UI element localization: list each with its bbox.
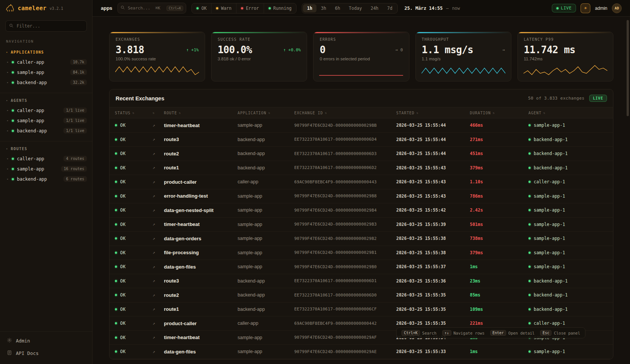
column-header-application[interactable]: APPLICATION⇅: [238, 111, 294, 115]
open-exchange-icon[interactable]: ↗: [153, 278, 164, 283]
sidebar-item-backend-app[interactable]: ▸ backend-app 32.2k: [0, 77, 92, 88]
route-name[interactable]: data-gen-orders: [164, 236, 238, 241]
sidebar-item-caller-app[interactable]: ▸ caller-app 1/1 live: [0, 105, 92, 115]
time-range-24h[interactable]: 24h: [366, 4, 383, 12]
route-name[interactable]: route3: [164, 137, 238, 142]
exchange-id: 90799F47E6CD24D-00000000000029AF: [294, 335, 396, 340]
sidebar-item-backend-app[interactable]: ▸ backend-app 6 routes: [0, 174, 92, 184]
status-label: OK: [120, 278, 126, 284]
column-header-expand[interactable]: ⇅: [153, 111, 164, 115]
footer-link-api-docs[interactable]: API Docs: [0, 347, 92, 359]
route-name[interactable]: route2: [164, 292, 238, 298]
table-row[interactable]: OK ↗ route2 backend-app EE7322370A10617-…: [110, 288, 613, 303]
route-name[interactable]: product-caller: [164, 321, 238, 326]
route-name[interactable]: data-gen-files: [164, 264, 238, 270]
table-row[interactable]: OK ↗ product-caller caller-app 69AC90BF8…: [110, 175, 613, 189]
open-exchange-icon[interactable]: ↗: [153, 165, 164, 170]
live-toggle[interactable]: LIVE: [552, 4, 576, 12]
table-row[interactable]: OK ↗ route1 backend-app EE7322370A10617-…: [110, 303, 613, 317]
section-header-agents[interactable]: ▾ AGENTS: [0, 94, 92, 105]
table-row[interactable]: OK ↗ route1 backend-app EE7322370A10617-…: [110, 161, 613, 175]
table-row[interactable]: OK ↗ timer-heartbeat sample-app 90799F47…: [110, 218, 613, 232]
section-label: AGENTS: [11, 98, 28, 103]
open-exchange-icon[interactable]: ↗: [153, 250, 164, 255]
scrollbar-thumb[interactable]: [627, 20, 629, 116]
sidebar-item-sample-app[interactable]: ▸ sample-app 1/1 live: [0, 115, 92, 126]
route-name[interactable]: route1: [164, 306, 238, 312]
global-search[interactable]: Ctrl+K: [117, 3, 186, 14]
caret-down-icon: ▾: [6, 51, 8, 54]
chevron-right-icon: ▸: [7, 60, 9, 64]
kbd-chip: ↑↓: [442, 330, 451, 336]
time-range-1h[interactable]: 1h: [303, 4, 317, 12]
sidebar-item-sample-app[interactable]: ▸ sample-app 84.1k: [0, 67, 92, 77]
open-exchange-icon[interactable]: ↗: [153, 307, 164, 312]
route-name[interactable]: file-processing: [164, 250, 238, 255]
open-exchange-icon[interactable]: ↗: [153, 194, 164, 198]
status-filter-error[interactable]: Error: [236, 3, 264, 13]
table-row[interactable]: OK ↗ error-handling-test sample-app 9079…: [110, 189, 613, 204]
table-row[interactable]: OK ↗ route3 backend-app EE7322370A10617-…: [110, 133, 613, 147]
sidebar-item-caller-app[interactable]: ▸ caller-app 4 routes: [0, 154, 92, 164]
route-name[interactable]: data-gen-files: [164, 349, 238, 355]
status-filter-running[interactable]: Running: [264, 3, 296, 13]
open-exchange-icon[interactable]: ↗: [153, 180, 164, 184]
table-row[interactable]: OK ↗ data-gen-orders sample-app 90799F47…: [110, 232, 613, 246]
table-row[interactable]: OK ↗ file-processing sample-app 90799F47…: [110, 246, 613, 260]
status-filter-warn[interactable]: Warn: [211, 3, 236, 13]
column-header-status[interactable]: STATUS⇅: [115, 111, 153, 115]
open-exchange-icon[interactable]: ↗: [153, 349, 164, 354]
route-name[interactable]: product-caller: [164, 179, 238, 185]
open-exchange-icon[interactable]: ↗: [153, 236, 164, 241]
open-exchange-icon[interactable]: ↗: [153, 151, 164, 156]
open-exchange-icon[interactable]: ↗: [153, 222, 164, 227]
agent-status-dot: [528, 252, 531, 254]
time-range-3h[interactable]: 3h: [317, 4, 330, 12]
sidebar-item-caller-app[interactable]: ▸ caller-app 10.7k: [0, 57, 92, 67]
time-range-group: 1h3h6hToday24h7d: [302, 3, 398, 14]
route-name[interactable]: data-gen-nested-split: [164, 207, 238, 213]
route-name[interactable]: route1: [164, 165, 238, 170]
ok-status-dot: [115, 181, 117, 183]
time-range-today[interactable]: Today: [345, 4, 366, 12]
sidebar-item-backend-app[interactable]: ▸ backend-app 1/1 live: [0, 126, 92, 136]
theme-toggle-button[interactable]: ☀: [581, 3, 590, 13]
open-exchange-icon[interactable]: ↗: [153, 321, 164, 326]
column-header-duration[interactable]: DURATION⇅: [470, 111, 528, 115]
brand-logo[interactable]: cameleer v3.2.1: [0, 0, 92, 17]
open-exchange-icon[interactable]: ↗: [153, 264, 164, 269]
sidebar-item-sample-app[interactable]: ▸ sample-app 16 routes: [0, 164, 92, 174]
open-exchange-icon[interactable]: ↗: [153, 293, 164, 298]
route-name[interactable]: timer-heartbeat: [164, 335, 238, 340]
open-exchange-icon[interactable]: ↗: [153, 335, 164, 340]
footer-link-admin[interactable]: Admin: [0, 335, 92, 347]
filter-input[interactable]: [17, 23, 83, 29]
avatar[interactable]: AD: [612, 3, 622, 13]
column-header-agent[interactable]: AGENT⇅: [528, 111, 608, 115]
status-filter-ok[interactable]: OK: [192, 3, 211, 13]
search-input[interactable]: [128, 6, 164, 11]
table-row[interactable]: OK ↗ timer-heartbeat sample-app 90799F47…: [110, 118, 613, 133]
table-row[interactable]: OK ↗ data-gen-nested-split sample-app 90…: [110, 203, 613, 218]
table-row[interactable]: OK ↗ route2 backend-app EE7322370A10617-…: [110, 147, 613, 161]
route-name[interactable]: timer-heartbeat: [164, 123, 238, 128]
table-row[interactable]: OK ↗ data-gen-files sample-app 90799F47E…: [110, 260, 613, 274]
open-exchange-icon[interactable]: ↗: [153, 208, 164, 213]
time-range-7d[interactable]: 7d: [383, 4, 397, 12]
route-name[interactable]: error-handling-test: [164, 193, 238, 199]
open-exchange-icon[interactable]: ↗: [153, 123, 164, 128]
route-name[interactable]: route3: [164, 278, 238, 284]
column-header-route[interactable]: ROUTE⇅: [164, 111, 238, 115]
section-header-applications[interactable]: ▾ APPLICATIONS: [0, 46, 92, 57]
scrollbar-track[interactable]: [627, 18, 629, 362]
open-exchange-icon[interactable]: ↗: [153, 137, 164, 142]
sidebar-filter[interactable]: [5, 20, 87, 32]
route-name[interactable]: route2: [164, 151, 238, 157]
column-header-exchange-id[interactable]: EXCHANGE ID⇅: [294, 111, 396, 115]
table-row[interactable]: OK ↗ route3 backend-app EE7322370A10617-…: [110, 274, 613, 289]
route-name[interactable]: timer-heartbeat: [164, 221, 238, 227]
table-row[interactable]: OK ↗ data-gen-files sample-app 90799F47E…: [110, 345, 613, 359]
time-range-6h[interactable]: 6h: [331, 4, 344, 12]
section-header-routes[interactable]: ▾ ROUTES: [0, 142, 92, 154]
column-header-started[interactable]: STARTED⇅: [396, 111, 470, 115]
